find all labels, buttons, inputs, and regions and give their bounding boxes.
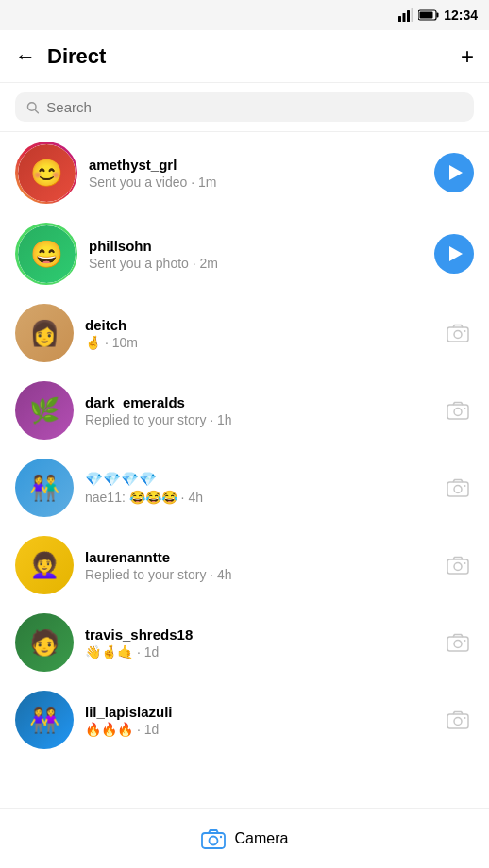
svg-point-10 — [454, 331, 462, 339]
status-icons: 12:34 — [398, 8, 478, 23]
status-time: 12:34 — [444, 8, 478, 23]
avatar: 👫 — [15, 459, 74, 517]
camera-icon — [447, 556, 469, 575]
play-button[interactable] — [434, 234, 474, 274]
camera-button[interactable] — [442, 549, 474, 581]
status-bar: 12:34 — [0, 0, 489, 30]
message-content: amethyst_grl Sent you a video · 1m — [89, 157, 423, 190]
camera-icon — [447, 633, 469, 652]
camera-button[interactable] — [442, 472, 474, 504]
svg-rect-21 — [447, 637, 468, 651]
svg-rect-24 — [447, 714, 468, 728]
svg-point-14 — [464, 408, 466, 409]
search-bar — [0, 83, 489, 132]
svg-rect-5 — [437, 13, 439, 18]
svg-rect-9 — [447, 327, 468, 342]
svg-point-25 — [454, 718, 462, 726]
camera-icon — [447, 710, 469, 729]
message-username: dark_emeralds — [85, 394, 430, 410]
message-username: lil_lapislazuli — [85, 704, 430, 720]
svg-rect-3 — [412, 8, 414, 22]
camera-button[interactable] — [442, 704, 474, 736]
svg-rect-6 — [420, 12, 433, 19]
camera-icon — [447, 324, 469, 342]
avatar: 👩‍🦱 — [15, 536, 74, 594]
svg-point-20 — [464, 562, 466, 564]
avatar: 😊 — [15, 142, 77, 204]
svg-point-28 — [209, 836, 217, 844]
svg-rect-1 — [403, 13, 406, 22]
avatar: 👩 — [15, 304, 74, 362]
message-username: phillsohn — [89, 238, 423, 254]
svg-point-22 — [454, 641, 462, 648]
camera-icon — [447, 478, 469, 497]
message-username: amethyst_grl — [89, 157, 423, 173]
svg-rect-0 — [398, 16, 401, 22]
svg-point-19 — [454, 563, 462, 571]
camera-bottom-icon — [201, 828, 226, 849]
svg-rect-12 — [447, 405, 468, 419]
camera-button[interactable] — [442, 317, 474, 349]
svg-point-11 — [464, 330, 466, 332]
camera-label: Camera — [235, 830, 289, 847]
play-button[interactable] — [434, 153, 474, 192]
svg-point-29 — [219, 835, 221, 837]
message-preview: Replied to your story · 4h — [85, 567, 430, 582]
list-item[interactable]: 👩‍🦱 laurenanntte Replied to your story ·… — [0, 526, 489, 604]
camera-button[interactable] — [442, 626, 474, 659]
search-icon — [26, 101, 39, 114]
message-content: deitch 🤞 · 10m — [85, 317, 430, 350]
svg-point-23 — [464, 640, 466, 642]
avatar: 🌿 — [15, 381, 74, 440]
message-username: deitch — [85, 317, 430, 333]
play-icon — [449, 246, 463, 261]
avatar: 😄 — [15, 223, 77, 285]
message-content: 💎💎💎💎 nae11: 😂😂😂 · 4h — [85, 471, 430, 505]
signal-icon — [398, 8, 413, 22]
list-item[interactable]: 👩 deitch 🤞 · 10m — [0, 294, 489, 372]
battery-icon — [418, 9, 439, 21]
svg-point-13 — [454, 409, 462, 416]
svg-point-17 — [464, 485, 466, 487]
message-content: dark_emeralds Replied to your story · 1h — [85, 394, 430, 427]
message-preview: Sent you a video · 1m — [89, 175, 423, 190]
camera-button[interactable] — [442, 394, 474, 426]
search-input[interactable] — [46, 99, 463, 115]
message-preview: 👋🤞🤙 · 1d — [85, 644, 430, 659]
search-wrapper[interactable] — [15, 92, 474, 122]
svg-rect-18 — [447, 559, 468, 574]
svg-line-8 — [35, 109, 38, 112]
list-item[interactable]: 🌿 dark_emeralds Replied to your story · … — [0, 372, 489, 449]
play-icon — [449, 165, 463, 180]
avatar: 👭 — [15, 691, 74, 749]
svg-rect-27 — [202, 833, 225, 848]
message-username: laurenanntte — [85, 549, 430, 565]
message-username: 💎💎💎💎 — [85, 471, 430, 488]
message-preview: nae11: 😂😂😂 · 4h — [85, 490, 430, 505]
message-content: laurenanntte Replied to your story · 4h — [85, 549, 430, 582]
message-username: travis_shreds18 — [85, 626, 430, 643]
svg-rect-15 — [447, 482, 468, 496]
page-title: Direct — [47, 44, 461, 69]
back-button[interactable]: ← — [15, 44, 36, 69]
list-item[interactable]: 🧑 travis_shreds18 👋🤞🤙 · 1d — [0, 604, 489, 681]
message-preview: Sent you a photo · 2m — [89, 256, 423, 271]
list-item[interactable]: 👭 lil_lapislazuli 🔥🔥🔥 · 1d — [0, 681, 489, 759]
svg-rect-2 — [407, 10, 410, 22]
message-preview: 🔥🔥🔥 · 1d — [85, 722, 430, 737]
message-preview: 🤞 · 10m — [85, 335, 430, 350]
message-content: travis_shreds18 👋🤞🤙 · 1d — [85, 626, 430, 659]
list-item[interactable]: 😊 amethyst_grl Sent you a video · 1m — [0, 132, 489, 213]
avatar: 🧑 — [15, 613, 74, 672]
list-item[interactable]: 👫 💎💎💎💎 nae11: 😂😂😂 · 4h — [0, 449, 489, 526]
svg-point-16 — [454, 486, 462, 493]
svg-point-26 — [464, 717, 466, 719]
list-item[interactable]: 😄 phillsohn Sent you a photo · 2m — [0, 213, 489, 294]
message-list: 😊 amethyst_grl Sent you a video · 1m 😄 p… — [0, 132, 489, 759]
message-content: phillsohn Sent you a photo · 2m — [89, 238, 423, 271]
bottom-bar[interactable]: Camera — [0, 808, 489, 868]
new-message-button[interactable]: + — [461, 43, 474, 70]
camera-icon — [447, 401, 469, 420]
message-content: lil_lapislazuli 🔥🔥🔥 · 1d — [85, 704, 430, 737]
message-preview: Replied to your story · 1h — [85, 412, 430, 427]
